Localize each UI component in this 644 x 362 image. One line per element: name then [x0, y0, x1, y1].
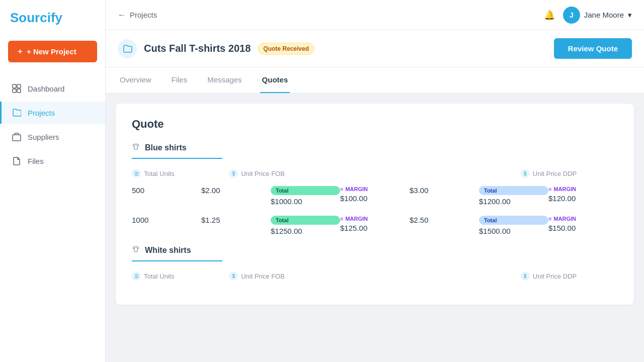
unit-price-fob-col-header: $ Unit Price FOB [229, 169, 326, 178]
sidebar-item-suppliers-label: Suppliers [28, 133, 59, 141]
blue-shirts-row-2: 1000 $1.25 Total $1250.00 ≡ MARGIN $125.… [132, 216, 618, 235]
project-folder-icon [118, 39, 137, 58]
top-header: ← Projects 🔔 J Jane Moore ▾ [106, 0, 644, 30]
tab-files[interactable]: Files [170, 67, 190, 93]
row2-fob-total-value: $1250.00 [271, 227, 340, 235]
svg-rect-2 [13, 89, 16, 93]
row1-ddp-margin-group: ≡ MARGIN $120.00 [548, 186, 618, 203]
fob-price-icon: $ [229, 169, 238, 178]
sidebar-item-projects[interactable]: Projects [0, 102, 105, 124]
row2-fob-total-group: Total $1250.00 [271, 216, 340, 235]
project-title-area: Cuts Fall T-shirts 2018 Quote Received [118, 39, 314, 58]
sidebar-item-dashboard[interactable]: Dashboard [0, 77, 105, 100]
margin-icon-2: ≡ [548, 186, 551, 192]
breadcrumb-label: Projects [130, 11, 157, 19]
blue-shirts-section-header: Blue shirts [132, 143, 222, 159]
row2-ddp-margin-value: $150.00 [548, 224, 618, 232]
projects-icon [12, 108, 22, 118]
header-right: 🔔 J Jane Moore ▾ [544, 7, 632, 24]
white-unit-price-fob-col-header: $ Unit Price FOB [229, 272, 326, 281]
row2-ddp-total-badge: Total [479, 216, 548, 225]
dashboard-icon [12, 83, 22, 94]
row2-ddp-total-group: Total $1500.00 [479, 216, 548, 235]
quote-card: Quote Blue shirts ☰ Total Units $ [116, 104, 634, 305]
sidebar-item-files[interactable]: Files [0, 150, 105, 172]
row2-fob-margin-group: ≡ MARGIN $125.00 [340, 216, 410, 232]
blue-shirts-section: Blue shirts ☰ Total Units $ Unit Price F… [132, 143, 618, 235]
row1-units: 500 [132, 186, 201, 195]
tabs-bar: Overview Files Messages Quotes [106, 67, 644, 94]
back-arrow-icon: ← [118, 11, 126, 20]
row2-ddp-price: $2.50 [410, 216, 479, 224]
sidebar-item-suppliers[interactable]: Suppliers [0, 126, 105, 148]
margin-icon-3: ≡ [340, 216, 343, 222]
sidebar-item-projects-label: Projects [28, 109, 55, 117]
units-icon: ☰ [132, 169, 141, 178]
main-content: ← Projects 🔔 J Jane Moore ▾ Cuts Fall T-… [106, 0, 644, 362]
margin-icon: ≡ [340, 186, 343, 192]
row2-ddp-margin-badge: ≡ MARGIN [548, 216, 618, 222]
ddp-price-icon: $ [521, 169, 530, 178]
svg-rect-3 [17, 89, 21, 93]
white-shirts-title: White shirts [145, 246, 191, 255]
white-ddp-price-icon: $ [521, 272, 530, 281]
row2-fob-margin-value: $125.00 [340, 224, 410, 232]
white-unit-price-ddp-col-header: $ Unit Price DDP [521, 272, 618, 281]
project-title: Cuts Fall T-shirts 2018 [144, 43, 251, 54]
row2-ddp-total-value: $1500.00 [479, 227, 548, 235]
row2-ddp-margin-group: ≡ MARGIN $150.00 [548, 216, 618, 232]
row1-fob-price: $2.00 [201, 186, 271, 195]
row1-ddp-margin-badge: ≡ MARGIN [548, 186, 618, 192]
files-icon [12, 156, 22, 166]
row1-fob-margin-group: ≡ MARGIN $100.00 [340, 186, 410, 203]
new-project-label: + New Project [27, 47, 76, 56]
project-header: Cuts Fall T-shirts 2018 Quote Received R… [106, 30, 644, 67]
svg-rect-0 [13, 84, 16, 88]
row1-ddp-total-value: $1200.00 [479, 197, 548, 206]
white-shirts-section-header: White shirts [132, 245, 222, 261]
user-menu[interactable]: J Jane Moore ▾ [563, 7, 632, 24]
plus-icon: ＋ [16, 47, 24, 56]
row1-fob-total-group: Total $1000.00 [271, 186, 340, 206]
blue-shirts-col-headers: ☰ Total Units $ Unit Price FOB $ Unit Pr… [132, 169, 618, 178]
unit-price-ddp-col-header: $ Unit Price DDP [521, 169, 618, 178]
white-units-icon: ☰ [132, 272, 141, 281]
sidebar: Sourcify ＋ + New Project Dashboard Proje… [0, 0, 106, 362]
shirt-icon [132, 143, 140, 153]
row1-fob-margin-value: $100.00 [340, 194, 410, 203]
white-shirt-icon [132, 245, 140, 255]
white-shirts-section: White shirts ☰ Total Units $ Unit Price … [132, 245, 618, 281]
sidebar-nav: Dashboard Projects Suppliers Files [0, 77, 105, 172]
new-project-button[interactable]: ＋ + New Project [8, 41, 97, 62]
row1-ddp-total-group: Total $1200.00 [479, 186, 548, 206]
row1-ddp-margin-value: $120.00 [548, 194, 618, 203]
row1-fob-total-badge: Total [271, 186, 340, 195]
tab-quotes[interactable]: Quotes [260, 67, 290, 93]
tab-messages[interactable]: Messages [205, 67, 244, 93]
row1-fob-total-value: $1000.00 [271, 197, 340, 206]
total-units-col-header: ☰ Total Units [132, 169, 229, 178]
avatar-initial: J [570, 11, 574, 19]
row2-fob-total-badge: Total [271, 216, 340, 225]
chevron-down-icon: ▾ [628, 11, 632, 20]
content-area: Quote Blue shirts ☰ Total Units $ [106, 94, 644, 362]
breadcrumb[interactable]: ← Projects [118, 11, 157, 20]
sidebar-item-dashboard-label: Dashboard [28, 84, 64, 93]
avatar: J [563, 7, 580, 24]
notification-bell-icon[interactable]: 🔔 [544, 10, 555, 21]
row1-ddp-price: $3.00 [410, 186, 479, 195]
logo-area: Sourcify [0, 10, 105, 41]
tab-overview[interactable]: Overview [118, 67, 153, 93]
status-badge: Quote Received [258, 43, 314, 55]
row1-fob-margin-badge: ≡ MARGIN [340, 186, 410, 192]
svg-rect-4 [13, 135, 21, 141]
review-quote-button[interactable]: Review Quote [554, 38, 632, 59]
white-total-units-col-header: ☰ Total Units [132, 272, 229, 281]
blue-shirts-row-1: 500 $2.00 Total $1000.00 ≡ MARGIN $100.0… [132, 186, 618, 206]
quote-heading: Quote [132, 118, 618, 131]
row2-fob-margin-badge: ≡ MARGIN [340, 216, 410, 222]
row2-fob-price: $1.25 [201, 216, 271, 224]
user-name: Jane Moore [584, 11, 624, 19]
white-shirts-col-headers: ☰ Total Units $ Unit Price FOB $ Unit Pr… [132, 272, 618, 281]
blue-shirts-title: Blue shirts [145, 143, 187, 152]
